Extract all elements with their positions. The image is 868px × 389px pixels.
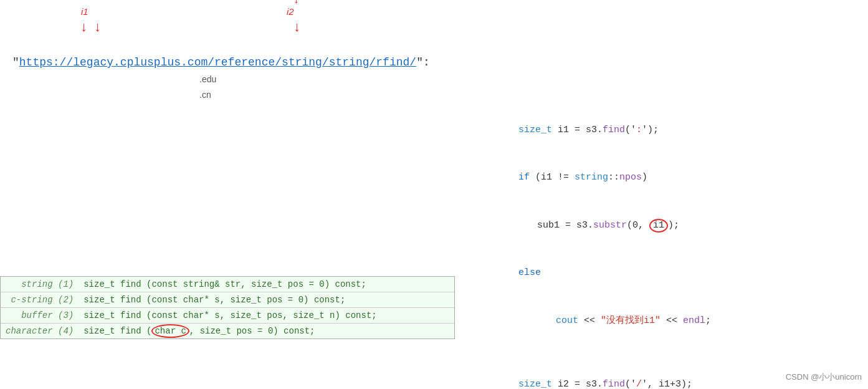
kw-find-1: find: [603, 125, 625, 135]
char-c-circle: char c: [151, 324, 189, 338]
func-table: string (1) size_t find (const string& st…: [1, 277, 454, 339]
code-line-blank-1: [474, 345, 856, 361]
top-annotations: i1 i2 ↓ ↓ ↓ ↓: [12, 6, 449, 56]
code-line-3: sub1 = s3.substr(0, i1);: [474, 201, 856, 249]
main-container: i1 i2 ↓ ↓ ↓ ↓ "https://legacy.cplusplus.…: [0, 0, 868, 389]
func-type-2: c-string (2): [1, 292, 79, 308]
i1-circle: i1: [649, 219, 668, 233]
code-line-4: else: [474, 249, 856, 297]
type-size_t-1: size_t: [518, 125, 552, 135]
func-sig-1: size_t find (const string& str, size_t p…: [79, 277, 454, 292]
arrow-i1a: ↓: [80, 20, 88, 36]
func-sig-3: size_t find (const char* s, size_t pos, …: [79, 308, 454, 324]
url-open-quote: ": [12, 56, 19, 69]
right-panel: size_t i1 = s3.find(':'); if (i1 != stri…: [461, 0, 868, 389]
url-line: "https://legacy.cplusplus.com/reference/…: [12, 56, 449, 69]
i1-label: i1: [81, 6, 88, 17]
watermark: CSDN @小小unicorn: [786, 372, 862, 383]
table-row: character (4) size_t find (char c, size_…: [1, 324, 454, 339]
cn-label: .cn: [199, 87, 449, 103]
i2-label: i2: [287, 6, 294, 17]
func-sig-2: size_t find (const char* s, size_t pos =…: [79, 292, 454, 308]
table-row: buffer (3) size_t find (const char* s, s…: [1, 308, 454, 324]
top-down-arrow: ↓: [293, 0, 300, 6]
left-panel: i1 i2 ↓ ↓ ↓ ↓ "https://legacy.cplusplus.…: [0, 0, 461, 389]
edu-label: .edu: [199, 72, 449, 87]
code-line-1: size_t i1 = s3.find(':');: [474, 106, 856, 154]
code-line-5: cout << "没有找到i1" << endl;: [474, 297, 856, 345]
url-close-quote: ":: [416, 56, 430, 69]
code-block: size_t i1 = s3.find(':'); if (i1 != stri…: [474, 6, 856, 389]
table-row: c-string (2) size_t find (const char* s,…: [1, 292, 454, 308]
func-table-container: string (1) size_t find (const string& st…: [0, 276, 455, 339]
arrow-i2: ↓: [293, 20, 301, 36]
annotation-area: .edu .cn: [199, 72, 449, 103]
url-link[interactable]: https://legacy.cplusplus.com/reference/s…: [19, 56, 416, 69]
arrow-i1b: ↓: [93, 20, 102, 36]
table-row: string (1) size_t find (const string& st…: [1, 277, 454, 292]
code-line-2: if (i1 != string::npos): [474, 154, 856, 202]
func-type-4: character (4): [1, 324, 79, 339]
func-type-3: buffer (3): [1, 308, 79, 324]
func-type-1: string (1): [1, 277, 79, 292]
func-sig-4: size_t find (char c, size_t pos = 0) con…: [79, 324, 454, 339]
